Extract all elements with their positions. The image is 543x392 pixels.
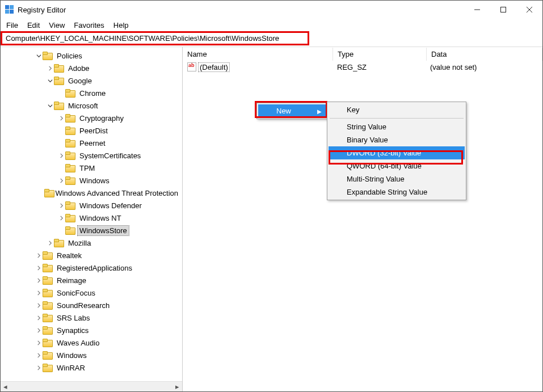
tree-node[interactable]: TPM — [1, 162, 182, 174]
folder-icon — [65, 164, 75, 172]
folder-icon — [43, 276, 53, 284]
expand-chevron-icon[interactable] — [57, 216, 65, 221]
context-submenu-new[interactable]: KeyString ValueBinary ValueDWORD (32-bit… — [327, 102, 466, 200]
tree-node[interactable]: Chrome — [1, 87, 182, 99]
column-data[interactable]: Data — [427, 48, 542, 61]
menu-help[interactable]: Help — [109, 20, 133, 31]
tree-node-label: TPM — [78, 163, 96, 173]
folder-icon — [54, 64, 64, 72]
expand-chevron-icon[interactable] — [46, 66, 54, 71]
expand-chevron-icon[interactable] — [35, 315, 43, 321]
expand-chevron-icon[interactable] — [46, 103, 54, 108]
tree-node-label: Windows — [55, 351, 89, 360]
tree-node[interactable]: Mozilla — [1, 237, 182, 249]
scroll-right-icon[interactable]: ▸ — [172, 382, 182, 391]
tree-node[interactable]: Synaptics — [1, 324, 182, 336]
tree-node[interactable]: SoundResearch — [1, 299, 182, 311]
submenu-item[interactable]: Multi-String Value — [329, 172, 465, 186]
registry-editor-window: Registry Editor File Edit View Favorites… — [0, 0, 543, 392]
tree-node[interactable]: SRS Labs — [1, 311, 182, 324]
expand-chevron-icon[interactable] — [46, 78, 54, 83]
tree-node-label: SystemCertificates — [78, 151, 142, 161]
folder-icon — [44, 189, 51, 197]
expand-chevron-icon[interactable] — [35, 290, 43, 296]
menu-edit[interactable]: Edit — [23, 20, 44, 31]
maximize-button[interactable] — [490, 1, 516, 19]
column-type[interactable]: Type — [333, 48, 427, 61]
tree-node-label: Reimage — [55, 276, 88, 285]
tree-node[interactable]: Microsoft — [1, 99, 182, 112]
tree-node-label: Cryptography — [78, 113, 125, 123]
expand-chevron-icon[interactable] — [35, 340, 43, 345]
tree-node[interactable]: Google — [1, 74, 182, 87]
tree-node[interactable]: WinRAR — [1, 361, 182, 374]
tree-node[interactable]: Reimage — [1, 274, 182, 286]
column-name[interactable]: Name — [183, 48, 333, 61]
tree-node[interactable]: Peernet — [1, 137, 182, 149]
submenu-item[interactable]: Binary Value — [329, 133, 465, 146]
address-bar[interactable]: Computer\HKEY_LOCAL_MACHINE\SOFTWARE\Pol… — [2, 32, 308, 44]
submenu-item[interactable]: QWORD (64-bit) Value — [329, 159, 465, 172]
expand-chevron-icon[interactable] — [35, 365, 43, 370]
tree-node[interactable]: Adobe — [1, 62, 182, 74]
tree-horizontal-scrollbar[interactable]: ◂ ▸ — [1, 381, 182, 391]
submenu-item[interactable]: DWORD (32-bit) Value — [329, 146, 465, 159]
tree-node-label: SRS Labs — [55, 313, 92, 323]
expand-chevron-icon[interactable] — [35, 303, 43, 308]
tree-node[interactable]: Windows NT — [1, 212, 182, 224]
values-pane[interactable]: Name Type Data (Default)REG_SZ(value not… — [183, 47, 542, 391]
folder-icon — [43, 289, 53, 297]
expand-chevron-icon[interactable] — [35, 253, 43, 258]
tree-node-label: Windows Defender — [78, 201, 144, 210]
tree-node[interactable]: RegisteredApplications — [1, 262, 182, 274]
expand-chevron-icon[interactable] — [35, 328, 43, 333]
tree-node[interactable]: Cryptography — [1, 112, 182, 124]
expand-chevron-icon[interactable] — [35, 265, 43, 271]
tree-node-label: Mozilla — [66, 238, 92, 248]
tree-node[interactable]: Windows Advanced Threat Protection — [1, 187, 182, 199]
tree-node[interactable]: Windows — [1, 349, 182, 361]
submenu-item[interactable]: Expandable String Value — [329, 186, 465, 199]
folder-icon — [65, 151, 75, 159]
expand-chevron-icon[interactable] — [46, 241, 54, 246]
expand-chevron-icon[interactable] — [57, 116, 65, 121]
tree-node-label: Windows — [78, 176, 111, 186]
context-menu-new[interactable]: New ▶ — [258, 104, 326, 117]
scroll-left-icon[interactable]: ◂ — [1, 382, 10, 391]
close-button[interactable] — [516, 1, 542, 19]
tree-node-label: Windows NT — [78, 213, 123, 223]
tree-node[interactable]: Waves Audio — [1, 336, 182, 349]
tree-node[interactable]: WindowsStore — [1, 224, 182, 237]
expand-chevron-icon[interactable] — [35, 353, 43, 358]
tree-node[interactable]: SonicFocus — [1, 286, 182, 299]
title-bar[interactable]: Registry Editor — [1, 1, 542, 19]
context-menu-new-label: New — [276, 107, 291, 115]
expand-chevron-icon[interactable] — [35, 278, 43, 283]
tree-node[interactable]: SystemCertificates — [1, 149, 182, 162]
tree-node[interactable]: Windows Defender — [1, 199, 182, 212]
tree-node-label: Microsoft — [66, 101, 100, 111]
tree-node[interactable]: PeerDist — [1, 124, 182, 137]
value-row[interactable]: (Default)REG_SZ(value not set) — [183, 61, 542, 73]
expand-chevron-icon[interactable] — [35, 53, 43, 58]
minimize-button[interactable] — [464, 1, 490, 19]
context-menu[interactable]: New ▶ — [256, 103, 328, 119]
tree-node-label: Policies — [55, 51, 84, 61]
folder-icon — [43, 339, 53, 347]
columns-header[interactable]: Name Type Data — [183, 47, 542, 61]
folder-icon — [43, 364, 53, 372]
expand-chevron-icon[interactable] — [57, 178, 65, 183]
tree-pane[interactable]: PoliciesAdobeGoogleChromeMicrosoftCrypto… — [1, 47, 183, 391]
expand-chevron-icon[interactable] — [57, 153, 65, 158]
tree-node[interactable]: Realtek — [1, 249, 182, 262]
tree-node-label: WinRAR — [55, 363, 87, 373]
tree-node[interactable]: Windows — [1, 174, 182, 187]
tree-node-label: RegisteredApplications — [55, 263, 134, 273]
expand-chevron-icon[interactable] — [57, 203, 65, 208]
submenu-item[interactable]: Key — [329, 103, 465, 116]
submenu-item[interactable]: String Value — [329, 120, 465, 133]
menu-favorites[interactable]: Favorites — [69, 20, 108, 31]
tree-node[interactable]: Policies — [1, 49, 182, 62]
menu-file[interactable]: File — [2, 20, 23, 31]
menu-view[interactable]: View — [44, 20, 69, 31]
